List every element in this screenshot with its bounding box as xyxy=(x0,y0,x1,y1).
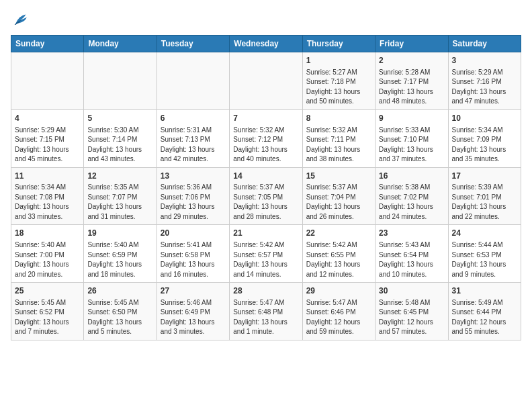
day-number: 20 xyxy=(161,228,226,239)
calendar-week-row: 11Sunrise: 5:34 AMSunset: 7:08 PMDayligh… xyxy=(11,167,521,225)
calendar-cell: 7Sunrise: 5:32 AMSunset: 7:12 PMDaylight… xyxy=(230,109,302,167)
day-info: Sunrise: 5:35 AMSunset: 7:07 PMDaylight:… xyxy=(87,183,152,222)
calendar-cell: 15Sunrise: 5:37 AMSunset: 7:04 PMDayligh… xyxy=(302,167,375,225)
calendar-cell xyxy=(157,52,229,110)
calendar-cell xyxy=(11,52,84,110)
calendar-week-row: 18Sunrise: 5:40 AMSunset: 7:00 PMDayligh… xyxy=(11,225,521,283)
day-number: 1 xyxy=(306,55,371,66)
day-info: Sunrise: 5:43 AMSunset: 6:54 PMDaylight:… xyxy=(379,240,444,279)
calendar-cell: 29Sunrise: 5:47 AMSunset: 6:46 PMDayligh… xyxy=(302,283,375,340)
day-info: Sunrise: 5:27 AMSunset: 7:18 PMDaylight:… xyxy=(306,68,371,107)
day-info: Sunrise: 5:40 AMSunset: 7:00 PMDaylight:… xyxy=(15,240,80,279)
header xyxy=(11,11,521,30)
day-info: Sunrise: 5:32 AMSunset: 7:11 PMDaylight:… xyxy=(306,126,371,165)
calendar-cell: 25Sunrise: 5:45 AMSunset: 6:52 PMDayligh… xyxy=(11,283,84,340)
calendar-table: SundayMondayTuesdayWednesdayThursdayFrid… xyxy=(11,35,521,340)
day-number: 19 xyxy=(87,228,152,239)
day-info: Sunrise: 5:31 AMSunset: 7:13 PMDaylight:… xyxy=(161,126,226,165)
day-number: 29 xyxy=(306,285,371,297)
calendar-cell: 16Sunrise: 5:38 AMSunset: 7:02 PMDayligh… xyxy=(375,167,448,225)
calendar-cell: 26Sunrise: 5:45 AMSunset: 6:50 PMDayligh… xyxy=(84,283,157,340)
col-header-friday: Friday xyxy=(375,36,448,52)
day-info: Sunrise: 5:28 AMSunset: 7:17 PMDaylight:… xyxy=(379,68,444,107)
calendar-cell: 28Sunrise: 5:47 AMSunset: 6:48 PMDayligh… xyxy=(230,283,302,340)
calendar-week-row: 4Sunrise: 5:29 AMSunset: 7:15 PMDaylight… xyxy=(11,109,521,167)
calendar-cell: 12Sunrise: 5:35 AMSunset: 7:07 PMDayligh… xyxy=(84,167,157,225)
day-info: Sunrise: 5:37 AMSunset: 7:05 PMDaylight:… xyxy=(233,183,298,222)
day-number: 25 xyxy=(15,285,80,297)
calendar-cell: 30Sunrise: 5:48 AMSunset: 6:45 PMDayligh… xyxy=(375,283,448,340)
calendar-cell xyxy=(84,52,157,110)
day-number: 5 xyxy=(87,113,152,124)
calendar-cell: 24Sunrise: 5:44 AMSunset: 6:53 PMDayligh… xyxy=(448,225,521,283)
day-number: 18 xyxy=(15,228,80,239)
calendar-cell: 6Sunrise: 5:31 AMSunset: 7:13 PMDaylight… xyxy=(157,109,229,167)
calendar-cell: 27Sunrise: 5:46 AMSunset: 6:49 PMDayligh… xyxy=(157,283,229,340)
day-info: Sunrise: 5:46 AMSunset: 6:49 PMDaylight:… xyxy=(161,298,226,337)
day-number: 27 xyxy=(161,285,226,297)
col-header-sunday: Sunday xyxy=(11,36,84,52)
calendar-cell xyxy=(230,52,302,110)
day-info: Sunrise: 5:33 AMSunset: 7:10 PMDaylight:… xyxy=(379,126,444,165)
day-number: 15 xyxy=(306,171,371,182)
day-info: Sunrise: 5:34 AMSunset: 7:09 PMDaylight:… xyxy=(452,126,517,165)
day-number: 3 xyxy=(452,55,517,66)
day-info: Sunrise: 5:34 AMSunset: 7:08 PMDaylight:… xyxy=(15,183,80,222)
calendar-cell: 20Sunrise: 5:41 AMSunset: 6:58 PMDayligh… xyxy=(157,225,229,283)
day-number: 31 xyxy=(452,285,517,297)
calendar-cell: 18Sunrise: 5:40 AMSunset: 7:00 PMDayligh… xyxy=(11,225,84,283)
day-info: Sunrise: 5:36 AMSunset: 7:06 PMDaylight:… xyxy=(161,183,226,222)
calendar-cell: 5Sunrise: 5:30 AMSunset: 7:14 PMDaylight… xyxy=(84,109,157,167)
day-info: Sunrise: 5:29 AMSunset: 7:16 PMDaylight:… xyxy=(452,68,517,107)
day-info: Sunrise: 5:44 AMSunset: 6:53 PMDaylight:… xyxy=(452,240,517,279)
day-number: 16 xyxy=(379,171,444,182)
day-info: Sunrise: 5:40 AMSunset: 6:59 PMDaylight:… xyxy=(87,240,152,279)
logo-bird-icon xyxy=(11,11,30,30)
col-header-tuesday: Tuesday xyxy=(157,36,229,52)
day-info: Sunrise: 5:41 AMSunset: 6:58 PMDaylight:… xyxy=(161,240,226,279)
day-info: Sunrise: 5:30 AMSunset: 7:14 PMDaylight:… xyxy=(87,126,152,165)
day-number: 12 xyxy=(87,171,152,182)
day-number: 26 xyxy=(87,285,152,297)
day-number: 22 xyxy=(306,228,371,239)
day-info: Sunrise: 5:39 AMSunset: 7:01 PMDaylight:… xyxy=(452,183,517,222)
day-number: 7 xyxy=(233,113,298,124)
calendar-cell: 1Sunrise: 5:27 AMSunset: 7:18 PMDaylight… xyxy=(302,52,375,110)
calendar-cell: 23Sunrise: 5:43 AMSunset: 6:54 PMDayligh… xyxy=(375,225,448,283)
day-info: Sunrise: 5:47 AMSunset: 6:46 PMDaylight:… xyxy=(306,298,371,337)
day-info: Sunrise: 5:48 AMSunset: 6:45 PMDaylight:… xyxy=(379,298,444,337)
day-info: Sunrise: 5:49 AMSunset: 6:44 PMDaylight:… xyxy=(452,298,517,337)
calendar-cell: 19Sunrise: 5:40 AMSunset: 6:59 PMDayligh… xyxy=(84,225,157,283)
col-header-thursday: Thursday xyxy=(302,36,375,52)
calendar-cell: 8Sunrise: 5:32 AMSunset: 7:11 PMDaylight… xyxy=(302,109,375,167)
day-number: 30 xyxy=(379,285,444,297)
day-info: Sunrise: 5:32 AMSunset: 7:12 PMDaylight:… xyxy=(233,126,298,165)
day-number: 28 xyxy=(233,285,298,297)
calendar-cell: 2Sunrise: 5:28 AMSunset: 7:17 PMDaylight… xyxy=(375,52,448,110)
day-info: Sunrise: 5:38 AMSunset: 7:02 PMDaylight:… xyxy=(379,183,444,222)
day-number: 10 xyxy=(452,113,517,124)
col-header-wednesday: Wednesday xyxy=(230,36,302,52)
day-number: 2 xyxy=(379,55,444,66)
calendar-cell: 11Sunrise: 5:34 AMSunset: 7:08 PMDayligh… xyxy=(11,167,84,225)
calendar-cell: 4Sunrise: 5:29 AMSunset: 7:15 PMDaylight… xyxy=(11,109,84,167)
day-info: Sunrise: 5:37 AMSunset: 7:04 PMDaylight:… xyxy=(306,183,371,222)
day-number: 24 xyxy=(452,228,517,239)
day-info: Sunrise: 5:42 AMSunset: 6:57 PMDaylight:… xyxy=(233,240,298,279)
day-number: 9 xyxy=(379,113,444,124)
logo xyxy=(11,11,32,30)
calendar-cell: 22Sunrise: 5:42 AMSunset: 6:55 PMDayligh… xyxy=(302,225,375,283)
col-header-monday: Monday xyxy=(84,36,157,52)
calendar-cell: 31Sunrise: 5:49 AMSunset: 6:44 PMDayligh… xyxy=(448,283,521,340)
day-number: 13 xyxy=(161,171,226,182)
day-number: 21 xyxy=(233,228,298,239)
calendar-cell: 14Sunrise: 5:37 AMSunset: 7:05 PMDayligh… xyxy=(230,167,302,225)
calendar-cell: 17Sunrise: 5:39 AMSunset: 7:01 PMDayligh… xyxy=(448,167,521,225)
calendar-week-row: 1Sunrise: 5:27 AMSunset: 7:18 PMDaylight… xyxy=(11,52,521,110)
calendar-cell: 21Sunrise: 5:42 AMSunset: 6:57 PMDayligh… xyxy=(230,225,302,283)
day-number: 23 xyxy=(379,228,444,239)
calendar-cell: 9Sunrise: 5:33 AMSunset: 7:10 PMDaylight… xyxy=(375,109,448,167)
calendar-cell: 10Sunrise: 5:34 AMSunset: 7:09 PMDayligh… xyxy=(448,109,521,167)
day-info: Sunrise: 5:45 AMSunset: 6:52 PMDaylight:… xyxy=(15,298,80,337)
day-number: 14 xyxy=(233,171,298,182)
